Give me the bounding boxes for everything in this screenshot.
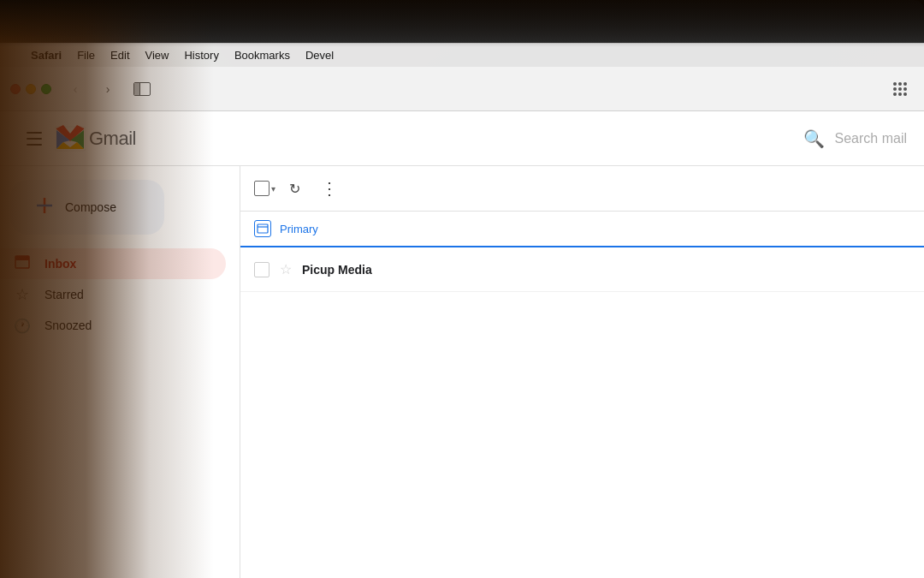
grid-icon: [893, 82, 907, 96]
back-button[interactable]: ‹: [63, 77, 87, 101]
gmail-header: Gmail 🔍 Search mail: [0, 111, 924, 166]
menubar-bookmarks[interactable]: Bookmarks: [234, 49, 290, 62]
gmail-logo-area: Gmail: [55, 123, 136, 154]
menubar-edit[interactable]: Edit: [110, 49, 129, 62]
more-icon: ⋮: [321, 178, 336, 199]
sidebar-starred-label: Starred: [44, 288, 84, 301]
inbox-icon: [14, 253, 31, 275]
menubar-file[interactable]: File: [77, 49, 95, 62]
sidebar-item-snoozed[interactable]: 🕐 Snoozed: [0, 310, 226, 341]
primary-tab-label: Primary: [280, 223, 318, 235]
sidebar-toggle-button[interactable]: [128, 77, 156, 101]
browser-chrome: ‹ ›: [0, 67, 924, 111]
primary-tab-icon: [254, 220, 271, 237]
primary-tab[interactable]: Primary: [240, 212, 924, 247]
gmail-toolbar: ▾ ↻ ⋮: [240, 166, 924, 212]
select-all-checkbox[interactable]: [254, 181, 270, 196]
svg-rect-9: [258, 224, 268, 233]
compose-plus-icon: [34, 195, 55, 219]
macbook-bezel: [0, 0, 924, 43]
gmail-m-icon: [55, 123, 86, 154]
search-placeholder-text: Search mail: [835, 131, 907, 146]
hamburger-button[interactable]: [17, 122, 51, 156]
mac-menubar: Safari File Edit View History Bookmarks …: [0, 43, 924, 67]
hamburger-icon: [27, 138, 42, 140]
menubar-history[interactable]: History: [184, 49, 218, 62]
menubar-view[interactable]: View: [145, 49, 169, 62]
sidebar-item-starred[interactable]: ☆ Starred: [0, 279, 226, 310]
search-icon: 🔍: [803, 128, 825, 149]
menubar-develop[interactable]: Devel: [305, 49, 334, 62]
more-options-button[interactable]: ⋮: [313, 173, 344, 204]
sidebar-inbox-label: Inbox: [44, 257, 76, 271]
tab-overview-button[interactable]: [886, 77, 914, 101]
select-all-area[interactable]: ▾: [254, 181, 275, 196]
forward-icon: ›: [106, 82, 110, 96]
gmail-sidebar: Compose Inbox ☆ Starred 🕐 Snoozed: [0, 166, 240, 578]
star-icon: ☆: [14, 285, 31, 304]
refresh-icon: ↻: [289, 181, 300, 197]
gmail-logo-text: Gmail: [89, 128, 136, 150]
hamburger-icon: [27, 144, 42, 146]
refresh-button[interactable]: ↻: [279, 173, 310, 204]
minimize-button[interactable]: [26, 84, 36, 94]
close-button[interactable]: [10, 84, 21, 94]
email-checkbox[interactable]: [254, 262, 270, 277]
snoozed-icon: 🕐: [14, 318, 31, 334]
traffic-lights: [10, 84, 51, 94]
compose-button[interactable]: Compose: [10, 180, 164, 235]
compose-label: Compose: [65, 200, 116, 214]
sidebar-toggle-icon: [133, 82, 151, 96]
hamburger-icon: [27, 132, 42, 134]
sidebar-snoozed-label: Snoozed: [44, 319, 92, 332]
maximize-button[interactable]: [41, 84, 51, 94]
sidebar-item-inbox[interactable]: Inbox: [0, 248, 226, 279]
select-dropdown-arrow[interactable]: ▾: [271, 184, 275, 194]
svg-rect-8: [15, 256, 29, 260]
back-icon: ‹: [74, 82, 78, 96]
email-sender: Picup Media: [302, 263, 405, 277]
menubar-safari[interactable]: Safari: [31, 49, 62, 62]
email-star[interactable]: ☆: [280, 261, 292, 277]
gmail-main: ▾ ↻ ⋮ Primary ☆ Picup Media: [240, 166, 924, 578]
forward-button[interactable]: ›: [96, 77, 120, 101]
search-area[interactable]: 🔍 Search mail: [803, 128, 907, 149]
email-row[interactable]: ☆ Picup Media: [240, 247, 924, 292]
